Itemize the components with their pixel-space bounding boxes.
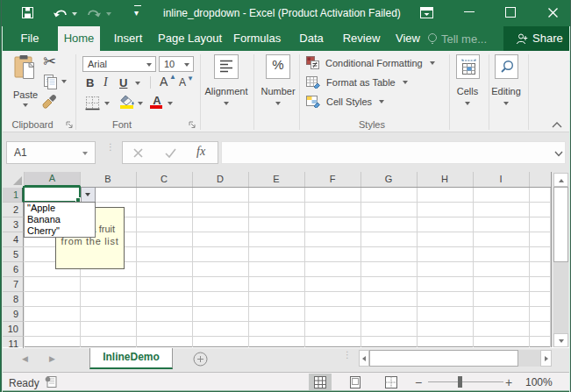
spreadsheet-grid[interactable]: ABCDEFGHI 1234567891011 Select a fruit f…: [1, 172, 552, 347]
tab-page-layout[interactable]: Page Layout: [158, 26, 218, 51]
row-header-6[interactable]: 6: [1, 262, 24, 277]
font-color-dropdown-icon[interactable]: [168, 102, 173, 105]
tab-file[interactable]: File: [10, 26, 50, 51]
formula-bar-expand-icon[interactable]: [554, 151, 563, 157]
enter-icon[interactable]: [165, 148, 176, 158]
italic-button[interactable]: I: [103, 75, 108, 89]
row-header-10[interactable]: 10: [1, 322, 24, 337]
fill-color-dropdown-icon[interactable]: [138, 102, 143, 105]
maximize-button[interactable]: [505, 7, 516, 18]
underline-button[interactable]: U: [119, 76, 127, 89]
font-size-combo[interactable]: 10: [159, 56, 194, 72]
number-button[interactable]: % Number: [256, 54, 300, 110]
column-header-a[interactable]: A: [25, 172, 81, 187]
format-painter-icon[interactable]: [42, 93, 58, 109]
row-header-4[interactable]: 4: [1, 232, 24, 247]
row-header-3[interactable]: 3: [1, 217, 24, 232]
insert-function-icon[interactable]: fx: [196, 145, 205, 159]
vertical-scrollbar[interactable]: [552, 172, 569, 347]
cancel-icon[interactable]: [133, 148, 143, 158]
tab-view[interactable]: View: [389, 26, 427, 51]
scroll-down-button[interactable]: [553, 333, 568, 347]
customize-qat-icon[interactable]: ▾: [134, 8, 139, 18]
close-button[interactable]: [547, 7, 559, 18]
tell-me-label[interactable]: Tell me...: [441, 32, 487, 46]
dropdown-item[interactable]: "Apple: [25, 203, 95, 214]
sheet-nav-left-icon[interactable]: ◀: [22, 354, 28, 363]
copy-dropdown-icon[interactable]: [61, 80, 67, 83]
column-header-b[interactable]: B: [80, 172, 137, 187]
selected-cell-a1[interactable]: [23, 186, 81, 203]
tab-home[interactable]: Home: [58, 26, 100, 51]
column-header-c[interactable]: C: [136, 172, 193, 187]
row-header-5[interactable]: 5: [1, 247, 24, 262]
redo-button[interactable]: [87, 8, 102, 20]
row-header-7[interactable]: 7: [1, 277, 24, 292]
decrease-font-button[interactable]: A▼: [179, 76, 186, 89]
cells-button[interactable]: Cells: [452, 54, 485, 110]
cut-button[interactable]: ✂: [43, 52, 61, 69]
horizontal-scroll-thumb[interactable]: [369, 350, 518, 367]
tab-formulas[interactable]: Formulas: [233, 26, 280, 51]
ribbon-display-options-icon[interactable]: [420, 7, 433, 18]
dropdown-item[interactable]: Cherry": [25, 225, 95, 237]
zoom-slider-thumb[interactable]: [458, 376, 462, 388]
bold-button[interactable]: B: [86, 76, 94, 89]
fill-color-button[interactable]: [120, 94, 136, 110]
hscroll-left-button[interactable]: [359, 350, 369, 367]
cell-styles-button[interactable]: Cell Styles: [306, 95, 384, 108]
column-header-i[interactable]: I: [473, 172, 530, 187]
copy-icon[interactable]: [44, 75, 58, 89]
view-page-layout-button[interactable]: [344, 374, 367, 390]
row-header-8[interactable]: 8: [1, 292, 24, 307]
borders-icon[interactable]: [85, 96, 100, 110]
tab-review[interactable]: Review: [340, 26, 382, 51]
redo-dropdown-icon[interactable]: [106, 12, 111, 16]
underline-dropdown-icon[interactable]: [135, 82, 140, 85]
tab-data[interactable]: Data: [292, 26, 331, 51]
alignment-button[interactable]: Alignment: [204, 54, 248, 110]
column-header-h[interactable]: H: [417, 172, 474, 187]
formula-input[interactable]: [221, 141, 566, 164]
tab-insert[interactable]: Insert: [107, 26, 149, 51]
macro-record-icon[interactable]: [45, 376, 57, 388]
format-as-table-button[interactable]: Format as Table: [306, 75, 408, 89]
paste-button[interactable]: Paste: [8, 54, 43, 109]
collapse-ribbon-icon[interactable]: [552, 121, 562, 128]
row-header-2[interactable]: 2: [1, 203, 24, 217]
column-header-e[interactable]: E: [248, 172, 305, 187]
column-header-g[interactable]: G: [360, 172, 418, 187]
row-header-9[interactable]: 9: [1, 307, 24, 322]
font-color-button[interactable]: A: [150, 94, 164, 110]
cell-dropdown-button[interactable]: [81, 187, 96, 203]
hscroll-right-button[interactable]: [540, 350, 552, 367]
view-normal-button[interactable]: [309, 374, 332, 390]
font-dialog-launcher[interactable]: [189, 121, 197, 130]
editing-button[interactable]: Editing: [490, 54, 524, 110]
view-page-break-button[interactable]: [380, 374, 403, 390]
zoom-in-button[interactable]: +: [505, 375, 512, 389]
column-header-f[interactable]: F: [304, 172, 361, 187]
row-header-1[interactable]: 1: [1, 188, 24, 203]
vertical-scroll-thumb[interactable]: [553, 187, 568, 262]
sheet-tab-inlinedemo[interactable]: InlineDemo: [89, 348, 173, 369]
dropdown-item[interactable]: Banana: [25, 214, 95, 225]
increase-font-button[interactable]: A▲: [160, 75, 168, 89]
zoom-out-button[interactable]: −: [415, 375, 422, 389]
hscroll-track[interactable]: [518, 350, 540, 367]
undo-button[interactable]: [53, 8, 68, 20]
name-box[interactable]: A1: [6, 141, 96, 164]
sheet-nav-right-icon[interactable]: ▶: [49, 354, 55, 363]
scroll-up-button[interactable]: [553, 173, 568, 187]
tabbar-resize-dots[interactable]: ⋮: [343, 353, 346, 367]
clipboard-dialog-launcher[interactable]: [66, 121, 75, 130]
conditional-formatting-button[interactable]: Conditional Formatting: [306, 56, 435, 69]
save-icon[interactable]: [22, 7, 33, 18]
share-button[interactable]: Share: [503, 26, 571, 51]
borders-dropdown-icon[interactable]: [104, 102, 110, 105]
new-sheet-button[interactable]: [193, 352, 208, 367]
zoom-level[interactable]: 100%: [525, 376, 553, 388]
vertical-scroll-track[interactable]: [553, 262, 568, 333]
font-name-combo[interactable]: Arial: [82, 56, 156, 72]
column-header-d[interactable]: D: [192, 172, 249, 187]
